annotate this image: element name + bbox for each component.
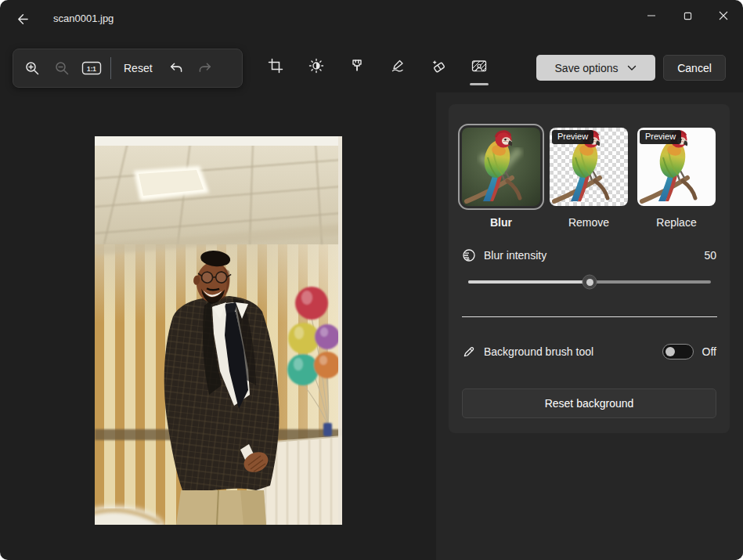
blur-intensity-label: Blur intensity	[484, 249, 546, 262]
brush-tool-state: Off	[702, 345, 716, 358]
redo-button[interactable]	[191, 54, 221, 82]
reset-background-button[interactable]: Reset background	[462, 388, 716, 418]
mode-label-remove: Remove	[550, 216, 628, 229]
zoom-out-button[interactable]	[47, 54, 77, 82]
pen-squiggle-icon	[390, 58, 406, 74]
brightness-icon	[308, 58, 324, 74]
photo-illustration	[95, 136, 342, 525]
tool-erase[interactable]	[423, 49, 454, 83]
maximize-button[interactable]	[669, 0, 705, 31]
blur-intensity-icon	[462, 248, 476, 262]
close-button[interactable]	[705, 0, 741, 31]
undo-icon	[168, 61, 183, 76]
panel-divider	[462, 316, 717, 317]
mode-tile-replace[interactable]: Preview	[637, 128, 716, 206]
zoom-in-icon	[24, 60, 40, 76]
mode-tile-blur[interactable]	[462, 128, 540, 206]
tool-crop[interactable]	[260, 49, 291, 83]
edit-tools-bar	[260, 49, 495, 83]
minimize-icon	[647, 11, 656, 20]
background-panel: Preview Preview Blur Remove Replace Blur…	[449, 104, 730, 433]
zoom-out-icon	[54, 60, 70, 76]
reset-button[interactable]: Reset	[115, 54, 161, 82]
paint-brush-icon	[349, 58, 365, 74]
mode-tile-remove[interactable]: Preview	[550, 128, 628, 206]
tool-filter[interactable]	[341, 49, 373, 83]
brush-tool-toggle[interactable]	[662, 344, 694, 359]
redo-icon	[198, 61, 213, 76]
blur-intensity-handle[interactable]	[582, 275, 597, 290]
one-to-one-icon: 1:1	[81, 60, 102, 76]
blur-intensity-row: Blur intensity 50	[462, 247, 716, 263]
svg-text:1:1: 1:1	[87, 66, 96, 73]
save-options-button[interactable]: Save options	[536, 55, 655, 81]
canvas-photo[interactable]	[95, 136, 342, 525]
preview-badge: Preview	[552, 130, 593, 144]
back-button[interactable]	[10, 9, 34, 29]
actual-size-button[interactable]: 1:1	[77, 54, 106, 82]
tool-markup[interactable]	[382, 49, 413, 83]
brush-tool-row: Background brush tool Off	[462, 341, 716, 362]
maximize-icon	[683, 12, 692, 20]
minimize-button[interactable]	[633, 0, 669, 31]
undo-button[interactable]	[161, 54, 191, 82]
eraser-sparkle-icon	[431, 58, 446, 74]
preview-badge: Preview	[640, 130, 681, 144]
pencil-icon	[462, 345, 475, 359]
mode-label-replace: Replace	[637, 216, 716, 229]
toggle-knob	[665, 347, 675, 356]
mode-label-blur: Blur	[462, 216, 540, 229]
toolbar-divider	[110, 57, 111, 79]
brush-tool-label: Background brush tool	[484, 345, 593, 358]
active-tool-indicator	[470, 83, 489, 85]
view-toolbar: 1:1 Reset	[13, 49, 243, 88]
cancel-button[interactable]: Cancel	[663, 55, 726, 81]
title-bar: scan0001.jpg	[0, 0, 743, 38]
arrow-left-icon	[16, 13, 29, 26]
zoom-in-button[interactable]	[17, 54, 47, 82]
tool-background[interactable]	[463, 49, 495, 83]
blur-intensity-slider[interactable]	[468, 274, 711, 290]
blur-intensity-value: 50	[704, 249, 716, 262]
background-icon	[471, 58, 488, 74]
close-icon	[719, 11, 728, 20]
crop-icon	[268, 58, 283, 74]
photos-editor-window: scan0001.jpg 1:1 Reset	[0, 0, 743, 560]
window-title: scan0001.jpg	[53, 13, 114, 24]
chevron-down-icon	[627, 65, 637, 71]
tool-adjustment[interactable]	[301, 49, 332, 83]
blur-preview-thumbnail	[462, 128, 540, 206]
blur-intensity-fill	[468, 280, 590, 284]
save-options-label: Save options	[555, 62, 619, 74]
window-controls	[633, 0, 741, 31]
